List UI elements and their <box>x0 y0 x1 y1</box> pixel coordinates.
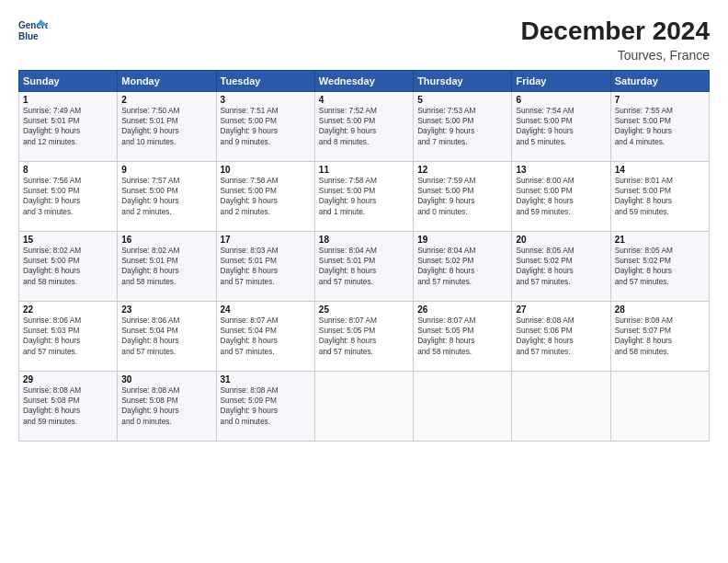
calendar-week-row: 8Sunrise: 7:56 AM Sunset: 5:00 PM Daylig… <box>19 162 710 232</box>
day-number: 15 <box>23 235 113 245</box>
day-info: Sunrise: 7:59 AM Sunset: 5:00 PM Dayligh… <box>417 176 507 217</box>
calendar-cell: 4Sunrise: 7:52 AM Sunset: 5:00 PM Daylig… <box>314 92 413 162</box>
day-info: Sunrise: 8:05 AM Sunset: 5:02 PM Dayligh… <box>516 246 606 287</box>
day-number: 8 <box>23 165 113 175</box>
calendar-cell: 22Sunrise: 8:06 AM Sunset: 5:03 PM Dayli… <box>19 302 118 372</box>
day-number: 26 <box>417 304 507 315</box>
dow-header: Thursday <box>414 71 512 92</box>
day-info: Sunrise: 7:49 AM Sunset: 5:01 PM Dayligh… <box>23 106 113 147</box>
day-info: Sunrise: 7:52 AM Sunset: 5:00 PM Dayligh… <box>319 106 409 147</box>
day-number: 1 <box>23 95 113 105</box>
header: General Blue December 2024 Tourves, Fran… <box>18 17 710 63</box>
day-info: Sunrise: 8:04 AM Sunset: 5:01 PM Dayligh… <box>319 246 409 287</box>
day-number: 25 <box>319 304 409 315</box>
calendar-cell: 23Sunrise: 8:06 AM Sunset: 5:04 PM Dayli… <box>118 302 216 372</box>
day-number: 5 <box>417 95 507 105</box>
day-number: 19 <box>417 235 507 245</box>
day-info: Sunrise: 8:08 AM Sunset: 5:08 PM Dayligh… <box>121 385 211 427</box>
dow-header: Wednesday <box>314 71 413 92</box>
calendar-cell: 14Sunrise: 8:01 AM Sunset: 5:00 PM Dayli… <box>610 162 709 232</box>
day-info: Sunrise: 7:51 AM Sunset: 5:00 PM Dayligh… <box>221 106 311 147</box>
dow-header: Sunday <box>19 71 118 92</box>
calendar-cell: 3Sunrise: 7:51 AM Sunset: 5:00 PM Daylig… <box>216 92 314 162</box>
dow-header: Tuesday <box>216 71 314 92</box>
day-info: Sunrise: 8:08 AM Sunset: 5:08 PM Dayligh… <box>23 385 113 427</box>
day-number: 16 <box>121 235 211 245</box>
calendar-cell: 9Sunrise: 7:57 AM Sunset: 5:00 PM Daylig… <box>118 162 216 232</box>
calendar-cell: 30Sunrise: 8:08 AM Sunset: 5:08 PM Dayli… <box>118 372 216 442</box>
day-number: 17 <box>221 235 311 245</box>
day-number: 2 <box>121 95 211 105</box>
day-number: 14 <box>615 165 705 175</box>
day-number: 6 <box>516 95 606 105</box>
day-number: 31 <box>221 374 311 385</box>
day-info: Sunrise: 8:07 AM Sunset: 5:04 PM Dayligh… <box>221 316 311 357</box>
dow-header: Saturday <box>610 71 709 92</box>
logo-icon: General Blue <box>18 17 48 42</box>
subtitle: Tourves, France <box>521 48 710 63</box>
day-info: Sunrise: 8:02 AM Sunset: 5:01 PM Dayligh… <box>121 246 211 287</box>
day-number: 11 <box>319 165 409 175</box>
day-of-week-row: SundayMondayTuesdayWednesdayThursdayFrid… <box>19 71 710 92</box>
calendar-cell: 1Sunrise: 7:49 AM Sunset: 5:01 PM Daylig… <box>19 92 118 162</box>
calendar-cell: 20Sunrise: 8:05 AM Sunset: 5:02 PM Dayli… <box>512 232 610 302</box>
day-number: 22 <box>23 304 113 315</box>
logo: General Blue <box>18 17 48 42</box>
calendar-cell <box>512 372 610 442</box>
calendar-cell: 10Sunrise: 7:58 AM Sunset: 5:00 PM Dayli… <box>216 162 314 232</box>
dow-header: Friday <box>512 71 610 92</box>
day-info: Sunrise: 8:07 AM Sunset: 5:05 PM Dayligh… <box>319 316 409 357</box>
calendar-cell: 5Sunrise: 7:53 AM Sunset: 5:00 PM Daylig… <box>414 92 512 162</box>
calendar-cell: 2Sunrise: 7:50 AM Sunset: 5:01 PM Daylig… <box>118 92 216 162</box>
day-number: 4 <box>319 95 409 105</box>
calendar-cell: 29Sunrise: 8:08 AM Sunset: 5:08 PM Dayli… <box>19 372 118 442</box>
day-info: Sunrise: 8:03 AM Sunset: 5:01 PM Dayligh… <box>221 246 311 287</box>
day-info: Sunrise: 7:50 AM Sunset: 5:01 PM Dayligh… <box>121 106 211 147</box>
calendar-week-row: 15Sunrise: 8:02 AM Sunset: 5:00 PM Dayli… <box>19 232 710 302</box>
day-number: 30 <box>121 374 211 385</box>
day-info: Sunrise: 8:06 AM Sunset: 5:03 PM Dayligh… <box>23 316 113 357</box>
calendar-cell: 19Sunrise: 8:04 AM Sunset: 5:02 PM Dayli… <box>414 232 512 302</box>
calendar-cell: 12Sunrise: 7:59 AM Sunset: 5:00 PM Dayli… <box>414 162 512 232</box>
day-info: Sunrise: 8:02 AM Sunset: 5:00 PM Dayligh… <box>23 246 113 287</box>
dow-header: Monday <box>118 71 216 92</box>
calendar-cell: 8Sunrise: 7:56 AM Sunset: 5:00 PM Daylig… <box>19 162 118 232</box>
calendar-cell <box>414 372 512 442</box>
day-number: 10 <box>221 165 311 175</box>
day-info: Sunrise: 8:00 AM Sunset: 5:00 PM Dayligh… <box>516 176 606 217</box>
calendar-cell: 31Sunrise: 8:08 AM Sunset: 5:09 PM Dayli… <box>216 372 314 442</box>
day-info: Sunrise: 8:04 AM Sunset: 5:02 PM Dayligh… <box>417 246 507 287</box>
day-info: Sunrise: 7:58 AM Sunset: 5:00 PM Dayligh… <box>319 176 409 217</box>
calendar-cell: 25Sunrise: 8:07 AM Sunset: 5:05 PM Dayli… <box>314 302 413 372</box>
day-number: 20 <box>516 235 606 245</box>
calendar-cell: 16Sunrise: 8:02 AM Sunset: 5:01 PM Dayli… <box>118 232 216 302</box>
day-info: Sunrise: 7:53 AM Sunset: 5:00 PM Dayligh… <box>417 106 507 147</box>
day-number: 27 <box>516 304 606 315</box>
calendar-page: General Blue December 2024 Tourves, Fran… <box>0 0 728 563</box>
calendar-cell <box>314 372 413 442</box>
day-info: Sunrise: 7:54 AM Sunset: 5:00 PM Dayligh… <box>516 106 606 147</box>
calendar-cell: 7Sunrise: 7:55 AM Sunset: 5:00 PM Daylig… <box>610 92 709 162</box>
day-info: Sunrise: 8:08 AM Sunset: 5:06 PM Dayligh… <box>516 316 606 357</box>
day-info: Sunrise: 7:56 AM Sunset: 5:00 PM Dayligh… <box>23 176 113 217</box>
day-number: 29 <box>23 374 113 385</box>
day-info: Sunrise: 8:01 AM Sunset: 5:00 PM Dayligh… <box>615 176 705 217</box>
svg-text:Blue: Blue <box>18 31 39 41</box>
calendar-body: 1Sunrise: 7:49 AM Sunset: 5:01 PM Daylig… <box>19 92 710 442</box>
calendar-cell: 17Sunrise: 8:03 AM Sunset: 5:01 PM Dayli… <box>216 232 314 302</box>
calendar-cell: 21Sunrise: 8:05 AM Sunset: 5:02 PM Dayli… <box>610 232 709 302</box>
title-block: December 2024 Tourves, France <box>521 17 710 63</box>
day-number: 9 <box>121 165 211 175</box>
calendar-cell: 24Sunrise: 8:07 AM Sunset: 5:04 PM Dayli… <box>216 302 314 372</box>
calendar-cell: 18Sunrise: 8:04 AM Sunset: 5:01 PM Dayli… <box>314 232 413 302</box>
main-title: December 2024 <box>521 17 710 46</box>
calendar-cell: 11Sunrise: 7:58 AM Sunset: 5:00 PM Dayli… <box>314 162 413 232</box>
calendar-cell <box>610 372 709 442</box>
calendar-week-row: 29Sunrise: 8:08 AM Sunset: 5:08 PM Dayli… <box>19 372 710 442</box>
calendar-table: SundayMondayTuesdayWednesdayThursdayFrid… <box>18 70 710 442</box>
day-number: 23 <box>121 304 211 315</box>
calendar-cell: 28Sunrise: 8:08 AM Sunset: 5:07 PM Dayli… <box>610 302 709 372</box>
day-number: 13 <box>516 165 606 175</box>
day-info: Sunrise: 8:05 AM Sunset: 5:02 PM Dayligh… <box>615 246 705 287</box>
calendar-cell: 26Sunrise: 8:07 AM Sunset: 5:05 PM Dayli… <box>414 302 512 372</box>
